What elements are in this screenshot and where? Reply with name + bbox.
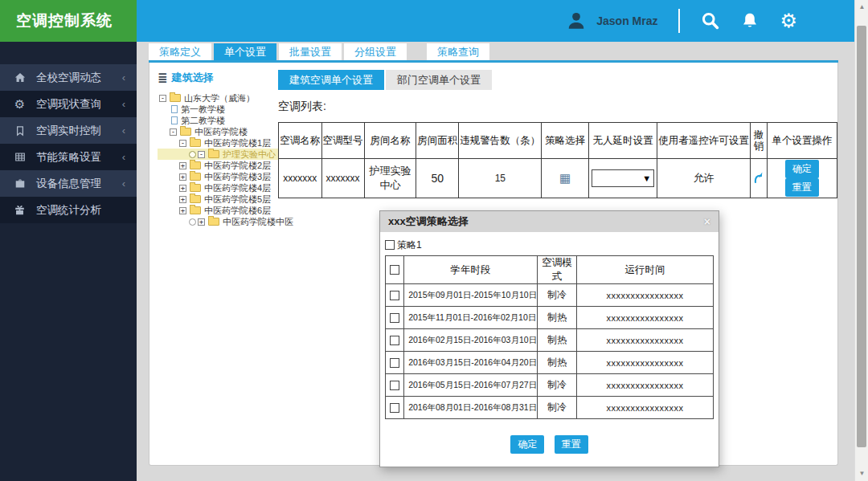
bookmark-icon	[13, 125, 27, 137]
radio-icon[interactable]	[189, 151, 196, 158]
user-avatar-icon[interactable]	[566, 10, 587, 31]
gears-icon: ⚙	[13, 97, 27, 112]
row-confirm-button[interactable]: 确定	[785, 160, 819, 178]
revoke-undo-icon[interactable]	[753, 171, 764, 185]
settings-gear-icon[interactable]: ⚙	[780, 11, 797, 31]
expand-icon[interactable]: +	[198, 218, 205, 226]
row-checkbox[interactable]	[390, 381, 399, 390]
row-checkbox[interactable]	[390, 336, 399, 345]
tree-title-label: 建筑选择	[172, 71, 214, 85]
cell-period: 2016年03月15日-2016年04月20日	[404, 352, 538, 374]
collapse-icon[interactable]: -	[179, 140, 186, 147]
expand-icon[interactable]: +	[179, 162, 186, 169]
tree-node[interactable]: + 中医药学院楼中医	[158, 216, 285, 227]
sidebar-nav: 全校空调动态 ‹ ⚙ 空调现状查询 ‹ 空调实时控制 ‹ 节能策略设置 ‹	[0, 42, 137, 481]
expand-icon[interactable]: +	[179, 196, 186, 203]
close-icon[interactable]: ×	[704, 215, 710, 228]
sidebar-item-energy-policy-settings[interactable]: 节能策略设置 ‹	[0, 144, 137, 170]
cell-period: 2016年02月15日-2016年03月10日	[404, 329, 538, 352]
tree-node[interactable]: - 中医药学院楼	[158, 126, 285, 137]
notifications-bell-icon[interactable]	[741, 11, 759, 31]
expand-icon[interactable]: +	[179, 207, 186, 214]
tree-node[interactable]: + 中医药学院楼5层	[158, 194, 285, 205]
subtab-department-ac-single[interactable]: 部门空调单个设置	[386, 70, 492, 90]
sidebar-item-ac-realtime-control[interactable]: 空调实时控制 ‹	[0, 117, 137, 144]
scroll-up-arrow-icon[interactable]: ▲	[855, 2, 868, 13]
folder-icon	[190, 173, 201, 181]
cell-runtime: xxxxxxxxxxxxxxxx	[577, 307, 714, 329]
tree-node-label: 中医药学院楼5层	[204, 194, 271, 205]
table-row: 2016年03月15日-2016年04月20日 制热 xxxxxxxxxxxxx…	[386, 352, 714, 374]
radio-icon[interactable]	[189, 218, 196, 226]
main-tab-bar: 策略定义 单个设置 批量设置 分组设置 策略查询	[149, 43, 838, 63]
unmanned-delay-select[interactable]	[592, 169, 654, 187]
folder-icon	[208, 150, 219, 158]
tree-node[interactable]: + 中医药学院楼6层	[158, 205, 285, 216]
select-all-checkbox[interactable]	[390, 265, 399, 275]
scrollbar-thumb[interactable]	[857, 26, 866, 447]
table-header-row: 空调名称 空调型号 房间名称 房间面积 违规警告数（条） 策略选择 无人延时设置…	[279, 123, 837, 159]
tree-node[interactable]: + 中医药学院楼4层	[158, 182, 285, 194]
tree-node[interactable]: 第一教学楼	[158, 104, 285, 115]
cell-room-name: 护理实验中心	[364, 159, 416, 198]
collapse-icon[interactable]: -	[170, 128, 177, 136]
sidebar-item-campus-ac-status[interactable]: 全校空调动态 ‹	[0, 64, 137, 91]
policy1-label: 策略1	[397, 238, 422, 252]
table-row: 2016年05月15日-2016年07月27日 制冷 xxxxxxxxxxxxx…	[386, 374, 714, 397]
tab-policy-definition[interactable]: 策略定义	[149, 43, 211, 60]
collapse-icon[interactable]: -	[198, 151, 205, 158]
vertical-scrollbar[interactable]: ▲ ▼	[854, 0, 868, 481]
tree-node[interactable]: + 中医药学院楼3层	[158, 171, 285, 182]
tree-node[interactable]: + 中医药学院楼2层	[158, 160, 285, 171]
row-checkbox[interactable]	[390, 403, 399, 413]
cell-runtime: xxxxxxxxxxxxxxxx	[577, 329, 714, 352]
cell-period: 2016年05月15日-2016年07月27日	[404, 374, 538, 397]
file-icon	[171, 105, 178, 113]
tab-policy-query[interactable]: 策略查询	[427, 43, 489, 60]
row-checkbox[interactable]	[390, 313, 399, 323]
folder-icon	[190, 139, 201, 147]
tree-node[interactable]: - 中医药学院楼1层	[158, 137, 285, 149]
sidebar-item-label: 空调现状查询	[36, 97, 101, 112]
top-header: 空调控制系统 Jason Mraz ⚙	[0, 0, 868, 42]
app-title: 空调控制系统	[0, 0, 137, 42]
dialog-reset-button[interactable]: 重置	[555, 435, 588, 454]
chevron-left-icon: ‹	[122, 151, 125, 163]
tab-single-setting[interactable]: 单个设置	[214, 43, 276, 60]
dialog-confirm-button[interactable]: 确定	[510, 435, 544, 454]
col-violation-warnings: 违规警告数（条）	[459, 123, 542, 159]
sidebar-item-label: 节能策略设置	[36, 150, 101, 165]
policy1-checkbox[interactable]	[385, 240, 395, 250]
cell-room-area: 50	[416, 159, 459, 198]
sidebar-item-label: 设备信息管理	[36, 177, 101, 191]
cell-period: 2015年09月01日-2015年10月10日	[404, 284, 538, 307]
policy-select-icon[interactable]: ▦	[559, 171, 571, 185]
cell-warnings: 15	[459, 159, 542, 198]
table-row: 2016年08月01日-2016年08月31日 制冷 xxxxxxxxxxxxx…	[386, 397, 714, 419]
cell-mode: 制热	[538, 307, 577, 329]
col-single-setting-ops: 单个设置操作	[767, 123, 837, 159]
col-policy-select: 策略选择	[542, 123, 589, 159]
tree-node-selected[interactable]: - 护理实验中心	[158, 149, 278, 160]
row-checkbox[interactable]	[390, 358, 399, 368]
sidebar-item-ac-statistics-analysis[interactable]: 空调统计分析	[0, 197, 137, 223]
sidebar-item-device-info-management[interactable]: 设备信息管理 ‹	[0, 170, 137, 197]
row-reset-button[interactable]: 重置	[785, 178, 819, 197]
collapse-icon[interactable]: -	[159, 95, 166, 102]
col-ac-name: 空调名称	[279, 123, 322, 159]
expand-icon[interactable]: +	[179, 173, 186, 181]
tree-node-label: 山东大学（威海）	[184, 92, 255, 104]
expand-icon[interactable]: +	[179, 185, 186, 192]
tree-node[interactable]: 第二教学楼	[158, 115, 285, 126]
subtab-building-ac-single[interactable]: 建筑空调单个设置	[278, 70, 384, 90]
tree-node[interactable]: - 山东大学（威海）	[158, 92, 285, 104]
tab-group-setting[interactable]: 分组设置	[344, 43, 407, 60]
sub-tab-bar: 建筑空调单个设置 部门空调单个设置	[278, 70, 493, 90]
row-checkbox[interactable]	[390, 291, 399, 300]
cell-ac-model: xxxxxxx	[321, 159, 364, 198]
tree-node-label: 第一教学楼	[181, 104, 225, 115]
tab-batch-setting[interactable]: 批量设置	[279, 43, 342, 60]
sidebar-item-ac-current-query[interactable]: ⚙ 空调现状查询 ‹	[0, 91, 137, 117]
search-icon[interactable]	[701, 11, 720, 31]
scroll-down-arrow-icon[interactable]: ▼	[855, 468, 868, 479]
